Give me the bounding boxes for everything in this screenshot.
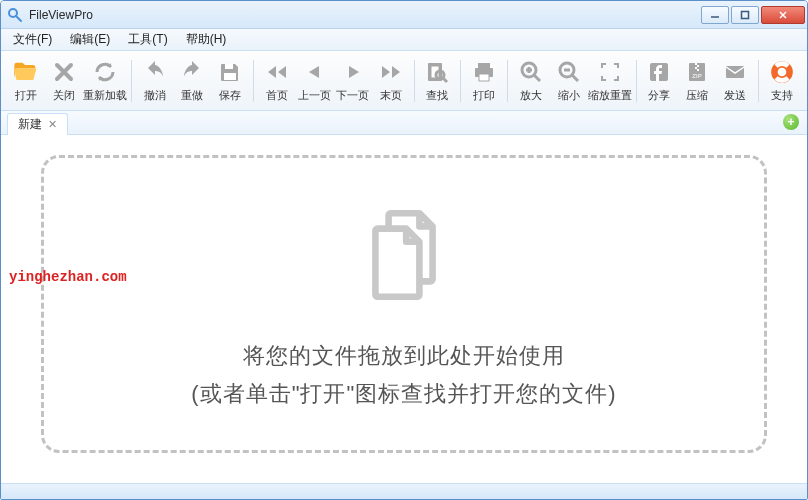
reload-icon [91,58,119,86]
separator [758,60,759,102]
window-title: FileViewPro [29,8,699,22]
menu-tools[interactable]: 工具(T) [120,29,175,50]
dropzone[interactable]: 将您的文件拖放到此处开始使用 (或者单击"打开"图标查找并打开您的文件) [41,155,767,453]
open-label: 打开 [15,88,37,103]
zip-button[interactable]: ZIP 压缩 [678,54,716,108]
first-page-button[interactable]: 首页 [258,54,296,108]
menubar: 文件(F) 编辑(E) 工具(T) 帮助(H) [1,29,807,51]
separator [131,60,132,102]
dropzone-text-2: (或者单击"打开"图标查找并打开您的文件) [191,379,616,409]
add-tab-button[interactable]: + [783,114,799,130]
print-icon [470,58,498,86]
toolbar: 打开 关闭 重新加载 撤消 重做 保存 首页 上一页 [1,51,807,111]
svg-rect-9 [224,73,236,80]
svg-line-22 [572,75,578,81]
documents-icon [349,200,459,313]
undo-button[interactable]: 撤消 [136,54,174,108]
find-button[interactable]: 查找 [418,54,456,108]
share-label: 分享 [648,88,670,103]
separator [460,60,461,102]
statusbar [1,483,807,499]
find-label: 查找 [426,88,448,103]
save-icon [216,58,244,86]
svg-rect-14 [478,63,490,68]
separator [253,60,254,102]
next-label: 下一页 [336,88,369,103]
zoomin-label: 放大 [520,88,542,103]
zoom-in-button[interactable]: 放大 [512,54,550,108]
lifebuoy-icon [768,58,796,86]
svg-line-13 [443,78,447,82]
svg-rect-31 [726,66,744,78]
zoom-reset-button[interactable]: 缩放重置 [588,54,632,108]
titlebar: FileViewPro [1,1,807,29]
svg-rect-8 [225,64,233,69]
svg-rect-27 [697,65,699,67]
prev-page-button[interactable]: 上一页 [296,54,334,108]
menu-file[interactable]: 文件(F) [5,29,60,50]
menu-help[interactable]: 帮助(H) [178,29,235,50]
menu-edit[interactable]: 编辑(E) [62,29,118,50]
save-button[interactable]: 保存 [211,54,249,108]
svg-text:ZIP: ZIP [693,73,702,79]
zoom-in-icon [517,58,545,86]
svg-rect-28 [695,67,697,69]
content-area: 将您的文件拖放到此处开始使用 (或者单击"打开"图标查找并打开您的文件) [1,135,807,483]
save-label: 保存 [219,88,241,103]
undo-label: 撤消 [144,88,166,103]
tab-close-icon[interactable]: ✕ [48,118,57,131]
support-button[interactable]: 支持 [763,54,801,108]
zoomreset-label: 缩放重置 [588,88,632,103]
x-icon [50,58,78,86]
separator [414,60,415,102]
app-icon [7,7,23,23]
open-button[interactable]: 打开 [7,54,45,108]
first-label: 首页 [266,88,288,103]
svg-line-18 [534,75,540,81]
first-page-icon [263,58,291,86]
zoom-out-button[interactable]: 缩小 [550,54,588,108]
redo-icon [178,58,206,86]
facebook-icon [645,58,673,86]
separator [507,60,508,102]
next-page-icon [339,58,367,86]
close-button[interactable] [761,6,805,24]
watermark-text: yinghezhan.com [9,269,127,285]
redo-button[interactable]: 重做 [173,54,211,108]
tab-new[interactable]: 新建 ✕ [7,113,68,135]
svg-point-33 [778,68,787,77]
svg-rect-26 [695,63,697,65]
svg-line-1 [16,16,21,21]
print-button[interactable]: 打印 [465,54,503,108]
send-button[interactable]: 发送 [716,54,754,108]
tab-label: 新建 [18,116,42,133]
last-page-button[interactable]: 末页 [372,54,410,108]
tabstrip: 新建 ✕ + [1,111,807,135]
prev-page-icon [301,58,329,86]
svg-rect-3 [742,11,749,18]
mail-icon [721,58,749,86]
zip-icon: ZIP [683,58,711,86]
dropzone-text-1: 将您的文件拖放到此处开始使用 [243,341,565,371]
prev-label: 上一页 [298,88,331,103]
close-label: 关闭 [53,88,75,103]
last-page-icon [377,58,405,86]
support-label: 支持 [771,88,793,103]
minimize-button[interactable] [701,6,729,24]
zoom-reset-icon [596,58,624,86]
window-controls [699,6,805,24]
zip-label: 压缩 [686,88,708,103]
send-label: 发送 [724,88,746,103]
maximize-button[interactable] [731,6,759,24]
redo-label: 重做 [181,88,203,103]
reload-button[interactable]: 重新加载 [83,54,127,108]
print-label: 打印 [473,88,495,103]
search-icon [423,58,451,86]
last-label: 末页 [380,88,402,103]
svg-rect-16 [479,74,489,81]
share-button[interactable]: 分享 [641,54,679,108]
svg-rect-29 [697,69,699,71]
zoom-out-icon [555,58,583,86]
next-page-button[interactable]: 下一页 [334,54,372,108]
close-file-button[interactable]: 关闭 [45,54,83,108]
